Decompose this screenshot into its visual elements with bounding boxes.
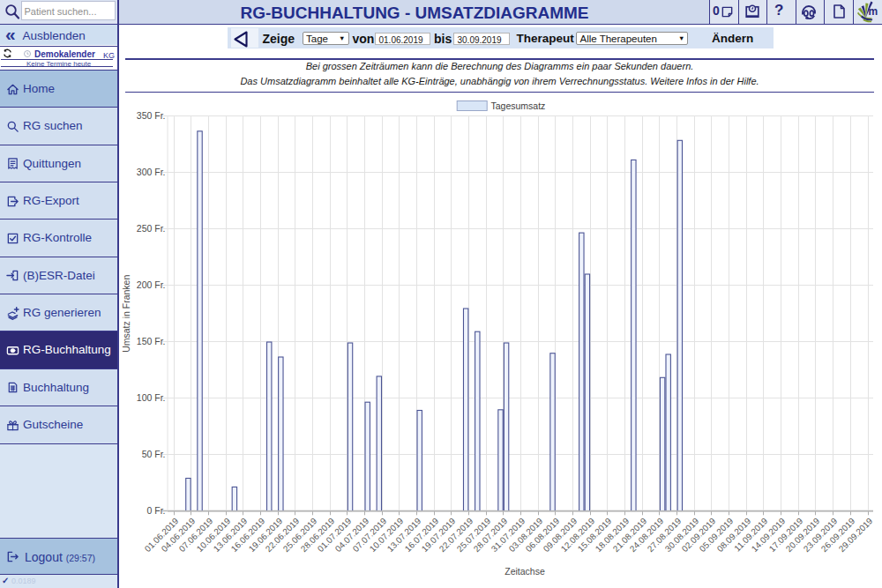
svg-text:0 Fr.: 0 Fr. [146,505,165,516]
svg-text:Zeitachse: Zeitachse [505,566,545,577]
svg-text:m: m [869,5,878,18]
svg-text:300 Fr.: 300 Fr. [137,167,166,177]
svg-text:50 Fr.: 50 Fr. [142,449,166,459]
svg-text:350 Fr.: 350 Fr. [137,110,166,121]
svg-text:250 Fr.: 250 Fr. [137,223,166,234]
svg-text:100 Fr.: 100 Fr. [137,392,166,403]
svg-text:200 Fr.: 200 Fr. [137,279,166,290]
svg-text:Umsatz in Franken: Umsatz in Franken [121,275,131,353]
svg-text:150 Fr.: 150 Fr. [137,336,166,346]
svg-text:Tagesumsatz: Tagesumsatz [491,100,546,111]
